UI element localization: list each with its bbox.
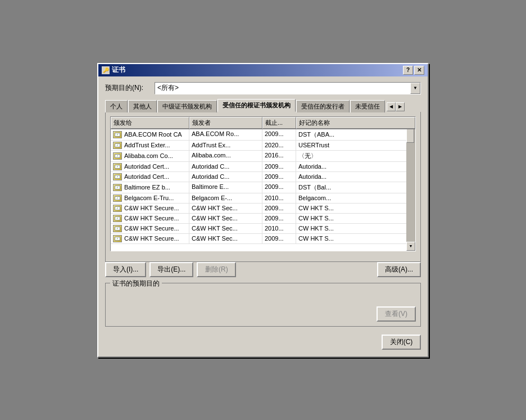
table-row[interactable]: ✓ABA.ECOM Root CAABA.ECOM Ro...2009...DS…	[111, 129, 415, 141]
cert-icon: ✓	[113, 215, 122, 222]
friendly-name-text: CW HKT S...	[296, 224, 415, 233]
import-button[interactable]: 导入(I)...	[105, 262, 146, 277]
issued-to-text: Autoridad Cert...	[124, 173, 169, 180]
issued-to-text: ABA.ECOM Root CA	[124, 131, 182, 138]
purpose-value: <所有>	[155, 83, 410, 93]
table-row[interactable]: ✓Belgacom E-Tru...Belgacom E-...2010...B…	[111, 193, 415, 204]
table-row[interactable]: ✓C&W HKT Secure...C&W HKT Sec...2010...C…	[111, 224, 415, 234]
tab-others[interactable]: 其他人	[128, 100, 157, 112]
table-row[interactable]: ✓Autoridad Cert...Autoridad C...2009...A…	[111, 162, 415, 172]
issued-to-text: C&W HKT Secure...	[124, 205, 179, 211]
issued-to-text: AddTrust Exter...	[124, 142, 170, 148]
table-row[interactable]: ✓Alibaba.com Co...Alibaba.com...2016...〈…	[111, 151, 415, 162]
purpose-label: 预期目的(N):	[105, 83, 150, 93]
table-row[interactable]: ✓Autoridad Cert...Autoridad C...2009...A…	[111, 172, 415, 182]
issued-to-text: Alibaba.com Co...	[124, 152, 173, 159]
table-row[interactable]: ✓C&W HKT Secure...C&W HKT Sec...2009...C…	[111, 204, 415, 214]
scrollbar: ▲ ▼	[406, 117, 415, 251]
friendly-name-text: Autorida...	[296, 172, 415, 182]
purpose-group-content: 查看(V)	[110, 288, 416, 322]
table-body: ✓ABA.ECOM Root CAABA.ECOM Ro...2009...DS…	[111, 129, 415, 244]
tab-intermediate[interactable]: 中级证书颁发机构	[157, 100, 217, 112]
issued-by-text: C&W HKT Sec...	[189, 224, 262, 233]
expiry-text: 2009...	[262, 182, 296, 193]
cert-icon: ✓	[113, 142, 122, 149]
table-row[interactable]: ✓AddTrust Exter...AddTrust Ex...2020...U…	[111, 141, 415, 151]
friendly-name-text: CW HKT S...	[296, 204, 415, 213]
friendly-name-text: CW HKT S...	[296, 234, 415, 243]
purpose-group: 证书的预期目的 查看(V)	[105, 283, 421, 327]
table-row[interactable]: ✓C&W HKT Secure...C&W HKT Sec...2009...C…	[111, 234, 415, 244]
issued-to-text: Baltimore EZ b...	[124, 184, 170, 191]
advanced-button[interactable]: 高级(A)...	[377, 262, 421, 277]
col-issued-by[interactable]: 颁发者	[189, 117, 262, 129]
tab-trusted-root[interactable]: 受信任的根证书颁发机构	[217, 99, 296, 112]
friendly-name-text: Autorida...	[296, 162, 415, 171]
footer-row: 关闭(C)	[105, 332, 421, 351]
friendly-name-text: CW HKT S...	[296, 214, 415, 223]
friendly-name-text: USERTrust	[296, 141, 415, 150]
close-title-button[interactable]: ✕	[414, 66, 424, 75]
tab-trusted-publishers[interactable]: 受信任的发行者	[296, 100, 350, 112]
expiry-text: 2009...	[262, 234, 296, 243]
tab-nav-buttons: ◀ ▶	[387, 102, 405, 111]
expiry-text: 2009...	[262, 214, 296, 223]
expiry-text: 2010...	[262, 224, 296, 233]
issued-to-text: C&W HKT Secure...	[124, 215, 179, 222]
remove-button[interactable]: 删除(R)	[197, 262, 236, 277]
certificates-table: 颁发给 颁发者 截止... 好记的名称 ✓ABA.ECOM Root CAABA…	[110, 116, 416, 251]
issued-to-text: C&W HKT Secure...	[124, 235, 179, 242]
issued-by-text: ABA.ECOM Ro...	[189, 129, 262, 140]
col-friendly-name[interactable]: 好记的名称	[296, 117, 415, 129]
tab-personal[interactable]: 个人	[105, 100, 128, 112]
issued-by-text: C&W HKT Sec...	[189, 234, 262, 243]
cert-icon: ✓	[113, 184, 122, 191]
tab-untrusted[interactable]: 未受信任	[350, 100, 385, 112]
friendly-name-text: 〈无〉	[296, 151, 415, 161]
tab-scroll-right[interactable]: ▶	[396, 102, 405, 111]
col-expiry[interactable]: 截止...	[262, 117, 296, 129]
issued-to-text: C&W HKT Secure...	[124, 225, 179, 232]
dialog-title: 证书	[112, 65, 125, 75]
certificate-dialog: 🔑 证书 ? ✕ 预期目的(N): <所有> ▼ 个人 其他人 中级证	[97, 63, 429, 358]
table-row[interactable]: ✓Baltimore EZ b...Baltimore E...2009...D…	[111, 182, 415, 193]
table-row[interactable]: ✓C&W HKT Secure...C&W HKT Sec...2009...C…	[111, 214, 415, 224]
issued-by-text: Autoridad C...	[189, 162, 262, 171]
dialog-body: 预期目的(N): <所有> ▼ 个人 其他人 中级证书颁发机构 受信任的根证书颁…	[98, 76, 428, 356]
cert-icon: ✓	[113, 131, 122, 138]
cert-icon: ✓	[113, 173, 122, 180]
issued-by-text: Alibaba.com...	[189, 151, 262, 161]
expiry-text: 2009...	[262, 204, 296, 213]
expiry-text: 2016...	[262, 151, 296, 161]
issued-by-text: C&W HKT Sec...	[189, 214, 262, 223]
help-button[interactable]: ?	[403, 66, 413, 75]
tab-scroll-left[interactable]: ◀	[387, 102, 396, 111]
expiry-text: 2009...	[262, 162, 296, 171]
tabs-row: 个人 其他人 中级证书颁发机构 受信任的根证书颁发机构 受信任的发行者 未受信任…	[105, 99, 421, 112]
cert-icon: ✓	[113, 205, 122, 212]
col-issued-to[interactable]: 颁发给	[111, 117, 189, 129]
cert-icon: ✓	[113, 225, 122, 232]
purpose-row: 预期目的(N): <所有> ▼	[105, 82, 421, 94]
friendly-name-text: Belgacom...	[296, 193, 415, 203]
title-buttons: ? ✕	[403, 66, 424, 75]
scroll-track[interactable]	[406, 126, 415, 242]
friendly-name-text: DST（Bal...	[296, 182, 415, 193]
export-button[interactable]: 导出(E)...	[149, 262, 193, 277]
purpose-group-title: 证书的预期目的	[110, 279, 162, 288]
view-button[interactable]: 查看(V)	[377, 306, 416, 322]
friendly-name-text: DST（ABA...	[296, 129, 415, 140]
expiry-text: 2009...	[262, 172, 296, 182]
title-bar-left: 🔑 证书	[102, 65, 125, 75]
cert-icon: ✓	[113, 152, 122, 160]
expiry-text: 2009...	[262, 129, 296, 140]
dropdown-arrow-icon[interactable]: ▼	[410, 83, 420, 94]
issued-to-text: Belgacom E-Tru...	[124, 195, 174, 201]
title-bar: 🔑 证书 ? ✕	[98, 64, 428, 76]
table-header: 颁发给 颁发者 截止... 好记的名称	[111, 117, 415, 129]
action-buttons-row: 导入(I)... 导出(E)... 删除(R) 高级(A)...	[105, 262, 421, 277]
close-button[interactable]: 关闭(C)	[382, 335, 421, 350]
scroll-down-btn[interactable]: ▼	[406, 242, 415, 251]
purpose-dropdown[interactable]: <所有> ▼	[155, 82, 421, 94]
issued-by-text: Baltimore E...	[189, 182, 262, 193]
